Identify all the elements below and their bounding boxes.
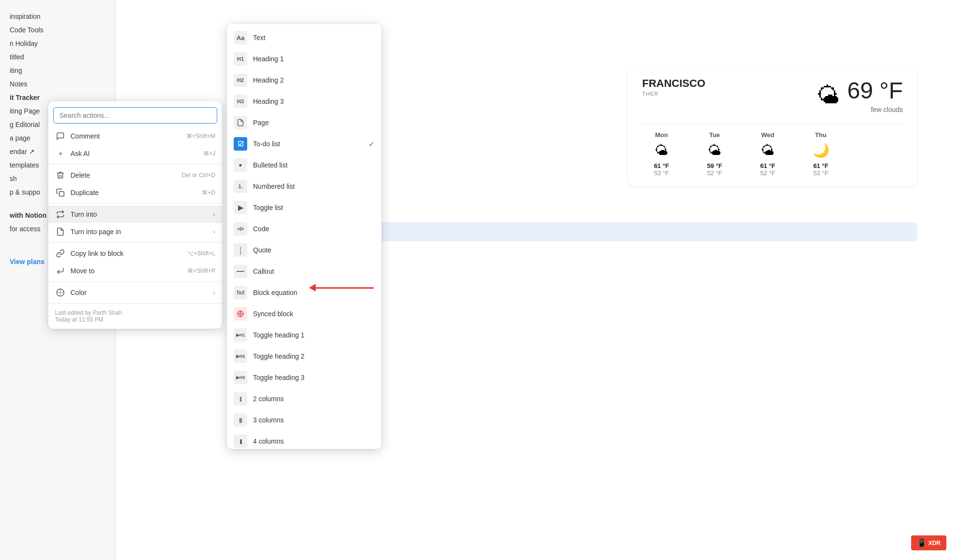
context-menu-color[interactable]: Color ›	[48, 284, 222, 301]
forecast-icon: 🌤	[642, 142, 681, 158]
context-menu-duplicate[interactable]: Duplicate ⌘+D	[48, 184, 222, 201]
ask-ai-icon: ✦	[55, 148, 66, 159]
4col-label: 4 columns	[253, 437, 284, 445]
page-icon	[234, 116, 247, 129]
bulleted-label: Bulleted list	[253, 161, 288, 169]
submenu-bulleted[interactable]: • Bulleted list	[227, 154, 381, 176]
quote-icon: |	[234, 243, 247, 257]
todo-icon: ☑	[234, 137, 247, 151]
weather-widget: FRANCISCO THER 🌤 69 °F few clouds Mon 🌤 …	[628, 68, 917, 186]
heading1-label: Heading 1	[253, 55, 284, 63]
sidebar-item-inspiration[interactable]: inspiration	[0, 10, 115, 23]
submenu-heading2[interactable]: H2 Heading 2	[227, 70, 381, 91]
divider-3	[48, 242, 222, 243]
forecast-hi: 61 °F	[748, 162, 787, 169]
submenu-page[interactable]: Page	[227, 112, 381, 133]
xda-logo: 📱 XDR	[911, 535, 946, 550]
submenu-toggle-h3[interactable]: ▶H3 Toggle heading 3	[227, 367, 381, 388]
context-menu-move-to[interactable]: Move to ⌘+Shift+P	[48, 262, 222, 280]
context-menu-turn-into-page[interactable]: Turn into page in ›	[48, 223, 222, 240]
synced-icon	[234, 307, 247, 321]
context-menu-copy-link[interactable]: Copy link to block ⌥+Shift+L	[48, 245, 222, 262]
callout-icon: —	[234, 265, 247, 278]
ask-ai-shortcut: ⌘+J	[203, 150, 215, 157]
comment-shortcut: ⌘+Shift+M	[186, 133, 215, 140]
submenu-quote[interactable]: | Quote	[227, 239, 381, 261]
context-menu-ask-ai[interactable]: ✦ Ask AI ⌘+J	[48, 145, 222, 162]
submenu-todo[interactable]: ☑ To-do list ✓	[227, 133, 381, 154]
forecast-day: Mon 🌤 61 °F 53 °F	[642, 131, 681, 177]
turn-into-arrow: ›	[213, 210, 215, 218]
turn-into-page-arrow: ›	[213, 228, 215, 236]
3col-icon: |||	[234, 413, 247, 427]
submenu-2col[interactable]: || 2 columns	[227, 388, 381, 409]
forecast-day: Wed 🌤 61 °F 52 °F	[748, 131, 787, 177]
submenu-toggle[interactable]: ▶ Toggle list	[227, 197, 381, 218]
submenu-toggle-h2[interactable]: ▶H2 Toggle heading 2	[227, 346, 381, 367]
submenu-heading1[interactable]: H1 Heading 1	[227, 48, 381, 70]
submenu-3col[interactable]: ||| 3 columns	[227, 409, 381, 431]
context-menu-comment[interactable]: Comment ⌘+Shift+M	[48, 127, 222, 145]
context-menu-footer: Last edited by Parth Shah Today at 11:55…	[48, 306, 222, 325]
turn-into-page-icon	[55, 226, 66, 237]
todo-label: To-do list	[253, 140, 280, 148]
weather-icon: 🌤	[816, 82, 840, 109]
svg-rect-0	[59, 192, 64, 196]
submenu-toggle-h1[interactable]: ▶H1 Toggle heading 1	[227, 324, 381, 346]
forecast-icon: 🌤	[695, 142, 734, 158]
forecast-day-name: Tue	[695, 131, 734, 139]
submenu-code[interactable]: </> Code	[227, 218, 381, 239]
code-label: Code	[253, 225, 269, 233]
toggle-h1-icon: ▶H1	[234, 328, 247, 342]
submenu-4col[interactable]: |||| 4 columns	[227, 431, 381, 449]
divider-1	[48, 164, 222, 165]
turn-into-icon	[55, 209, 66, 220]
submenu-callout[interactable]: — Callout	[227, 261, 381, 282]
sidebar-item-holiday[interactable]: n Holiday	[0, 37, 115, 50]
color-arrow: ›	[213, 289, 215, 296]
svg-point-2	[239, 313, 241, 315]
submenu-synced[interactable]: Synced block	[227, 303, 381, 324]
move-to-label: Move to	[70, 267, 183, 275]
divider-5	[48, 303, 222, 304]
numbered-label: Numbered list	[253, 182, 295, 190]
quote-label: Quote	[253, 246, 271, 254]
toggle-h1-label: Toggle heading 1	[253, 331, 305, 339]
copy-link-shortcut: ⌥+Shift+L	[187, 250, 215, 257]
weather-label: THER	[642, 91, 705, 97]
numbered-icon: 1.	[234, 180, 247, 193]
color-label: Color	[70, 289, 211, 296]
forecast-lo: 53 °F	[801, 169, 840, 177]
toggle-icon: ▶	[234, 201, 247, 214]
sidebar-item-iting[interactable]: iting	[0, 64, 115, 77]
weather-temp: 69 °F	[847, 77, 903, 104]
toggle-h2-icon: ▶H2	[234, 350, 247, 363]
submenu-block-eq[interactable]: TeX Block equation	[227, 282, 381, 303]
delete-shortcut: Del or Ctrl+D	[182, 172, 215, 179]
3col-label: 3 columns	[253, 416, 284, 424]
move-to-icon	[55, 266, 66, 276]
todo-check: ✓	[368, 140, 375, 149]
sidebar-item-code-tools[interactable]: Code Tools	[0, 23, 115, 37]
footer-time: Today at 11:55 PM	[55, 316, 215, 323]
sidebar-item-titled[interactable]: titled	[0, 50, 115, 64]
forecast-lo: 52 °F	[695, 169, 734, 177]
comment-icon	[55, 131, 66, 141]
submenu-heading3[interactable]: H3 Heading 3	[227, 91, 381, 112]
sidebar-item-notes[interactable]: Notes	[0, 77, 115, 91]
submenu-numbered[interactable]: 1. Numbered list	[227, 176, 381, 197]
context-search-input[interactable]	[53, 107, 217, 124]
duplicate-label: Duplicate	[70, 189, 198, 196]
context-menu-turn-into[interactable]: Turn into ›	[48, 206, 222, 223]
text-icon: Aa	[234, 31, 247, 44]
block-eq-icon: TeX	[234, 286, 247, 299]
forecast-day: Thu 🌙 61 °F 53 °F	[801, 131, 840, 177]
comment-label: Comment	[70, 132, 183, 140]
submenu-text[interactable]: Aa Text	[227, 27, 381, 48]
turn-into-page-label: Turn into page in	[70, 228, 211, 236]
block-eq-label: Block equation	[253, 289, 297, 296]
delete-icon	[55, 170, 66, 181]
context-menu-delete[interactable]: Delete Del or Ctrl+D	[48, 167, 222, 184]
toggle-h3-icon: ▶H3	[234, 371, 247, 384]
submenu-turn-into: Aa Text H1 Heading 1 H2 Heading 2 H3 Hea…	[227, 24, 381, 449]
